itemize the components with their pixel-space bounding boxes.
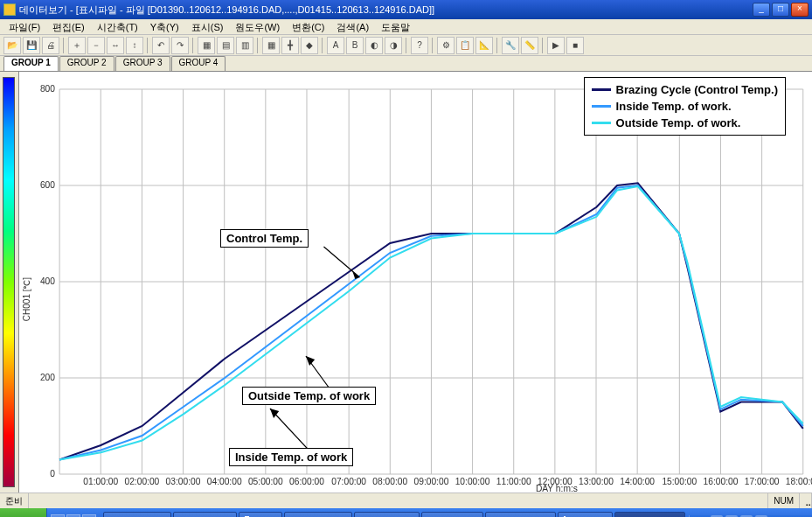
tb-zoomout-icon[interactable]: － bbox=[87, 37, 105, 54]
start-button[interactable]: ◉시작 bbox=[0, 508, 47, 517]
task-item[interactable]: 20120718 bbox=[558, 512, 613, 517]
legend: Brazing Cycle (Control Temp.) Inside Tem… bbox=[584, 77, 786, 136]
svg-text:DAY h:m:s: DAY h:m:s bbox=[536, 484, 578, 493]
menu-display[interactable]: 표시(S) bbox=[186, 21, 229, 32]
task-item[interactable]: 2 Windows ... bbox=[354, 512, 420, 517]
tb-stop-icon[interactable]: ■ bbox=[566, 37, 584, 54]
window-titlebar: 데이터보기 - [표시파일 - 파일 [D01390..120612..1949… bbox=[0, 0, 812, 19]
task-item[interactable]: Book2 bbox=[239, 512, 281, 517]
tb-chart2-icon[interactable]: ▤ bbox=[217, 37, 234, 54]
menu-window[interactable]: 원도우(W) bbox=[230, 21, 285, 32]
task-item[interactable]: Microsoft Ex... bbox=[103, 512, 171, 517]
legend-item-inside: Inside Temp. of work. bbox=[592, 98, 778, 115]
menu-search[interactable]: 검색(A) bbox=[331, 21, 374, 32]
app-icon bbox=[3, 3, 16, 16]
svg-text:13:00:00: 13:00:00 bbox=[579, 477, 614, 486]
svg-text:15:00:00: 15:00:00 bbox=[662, 477, 697, 486]
menu-bar: 파일(F) 편집(E) 시간축(T) Y축(Y) 표시(S) 원도우(W) 변환… bbox=[0, 19, 812, 35]
tb-print-icon[interactable]: 🖨 bbox=[42, 37, 59, 54]
svg-text:01:00:00: 01:00:00 bbox=[83, 477, 118, 486]
resize-grip-icon[interactable]: ⣀ bbox=[800, 493, 812, 508]
tab-group-4[interactable]: GROUP 4 bbox=[171, 56, 226, 71]
separator bbox=[192, 38, 194, 53]
separator bbox=[257, 38, 259, 53]
task-item[interactable]: SolidWorks 2... bbox=[485, 512, 556, 517]
svg-text:03:00:00: 03:00:00 bbox=[166, 477, 201, 486]
tb-opt1-icon[interactable]: ◐ bbox=[365, 37, 383, 54]
menu-file[interactable]: 파일(F) bbox=[3, 21, 45, 32]
svg-text:200: 200 bbox=[40, 373, 55, 382]
task-item[interactable]: Web Mysql... bbox=[173, 512, 237, 517]
svg-text:17:00:00: 17:00:00 bbox=[745, 477, 780, 486]
tb-chart3-icon[interactable]: ▥ bbox=[236, 37, 253, 54]
window-controls: _ □ × bbox=[753, 3, 809, 17]
taskbar-tasks: Microsoft Ex... Web Mysql... Book2 거래 현황… bbox=[100, 512, 689, 517]
tb-b-icon[interactable]: B bbox=[346, 37, 364, 54]
separator bbox=[542, 38, 544, 53]
svg-text:600: 600 bbox=[40, 180, 55, 190]
tb-grid-icon[interactable]: ▦ bbox=[262, 37, 280, 54]
window-title: 데이터보기 - [표시파일 - 파일 [D01390..120612..1949… bbox=[19, 3, 753, 17]
status-bar: 준비 NUM ⣀ bbox=[0, 493, 812, 508]
tab-group-1[interactable]: GROUP 1 bbox=[3, 56, 59, 71]
tb-settings-icon[interactable]: ⚙ bbox=[437, 37, 455, 54]
tb-chart1-icon[interactable]: ▦ bbox=[198, 37, 215, 54]
group-tabstrip: GROUP 1 GROUP 2 GROUP 3 GROUP 4 bbox=[0, 56, 812, 72]
legend-label: Brazing Cycle (Control Temp.) bbox=[616, 83, 778, 96]
svg-text:06:00:00: 06:00:00 bbox=[289, 477, 324, 486]
status-num: NUM bbox=[768, 493, 800, 508]
tb-save-icon[interactable]: 💾 bbox=[23, 37, 40, 54]
plot-area[interactable]: 0 200 400 600 800 CH001 [℃] 01:00:00 02:… bbox=[19, 72, 812, 493]
legend-swatch bbox=[592, 105, 611, 108]
close-button[interactable]: × bbox=[791, 3, 809, 17]
separator bbox=[406, 38, 407, 53]
tb-fitx-icon[interactable]: ↔ bbox=[107, 37, 124, 54]
tb-copy-icon[interactable]: 📋 bbox=[456, 37, 474, 54]
svg-text:07:00:00: 07:00:00 bbox=[331, 477, 366, 486]
tb-tool1-icon[interactable]: 🔧 bbox=[502, 37, 519, 54]
tb-zoomin-icon[interactable]: ＋ bbox=[68, 37, 86, 54]
y-axis: 0 200 400 600 800 CH001 [℃] bbox=[22, 84, 55, 479]
windows-taskbar: ◉시작 Microsoft Ex... Web Mysql... Book2 거… bbox=[0, 508, 812, 517]
tb-help-icon[interactable]: ? bbox=[411, 37, 428, 54]
menu-help[interactable]: 도움말 bbox=[376, 21, 415, 32]
x-axis: 01:00:00 02:00:00 03:00:00 04:00:00 05:0… bbox=[83, 477, 812, 493]
menu-yaxis[interactable]: Y축(Y) bbox=[145, 21, 184, 32]
task-item[interactable]: 3 Microsof... bbox=[421, 512, 483, 517]
legend-item-outside: Outside Temp. of work. bbox=[592, 115, 778, 131]
separator bbox=[432, 38, 434, 53]
task-item-active[interactable]: 데이터보기 - ... bbox=[614, 512, 685, 517]
separator bbox=[147, 38, 149, 53]
menu-convert[interactable]: 변환(C) bbox=[287, 21, 330, 32]
tb-redo-icon[interactable]: ↷ bbox=[171, 37, 189, 54]
maximize-button[interactable]: □ bbox=[772, 3, 789, 17]
tab-group-2[interactable]: GROUP 2 bbox=[59, 56, 115, 71]
svg-text:CH001 [℃]: CH001 [℃] bbox=[22, 277, 31, 321]
task-item[interactable]: 거래 현황 /w... bbox=[284, 512, 352, 517]
tb-play-icon[interactable]: ▶ bbox=[547, 37, 565, 54]
tb-undo-icon[interactable]: ↶ bbox=[152, 37, 170, 54]
tb-mark-icon[interactable]: ◆ bbox=[301, 37, 318, 54]
separator bbox=[322, 38, 323, 53]
color-gradient bbox=[3, 77, 15, 487]
svg-text:02:00:00: 02:00:00 bbox=[124, 477, 159, 486]
callout-arrows bbox=[270, 247, 359, 457]
tb-measure-icon[interactable]: 📐 bbox=[475, 37, 493, 54]
legend-swatch bbox=[592, 88, 611, 91]
menu-time[interactable]: 시간축(T) bbox=[92, 21, 143, 32]
tb-tool2-icon[interactable]: 📏 bbox=[521, 37, 538, 54]
tb-fity-icon[interactable]: ↕ bbox=[126, 37, 143, 54]
tb-cursor-icon[interactable]: ╋ bbox=[281, 37, 299, 54]
menu-edit[interactable]: 편집(E) bbox=[47, 21, 90, 32]
svg-text:05:00:00: 05:00:00 bbox=[248, 477, 283, 486]
minimize-button[interactable]: _ bbox=[753, 3, 770, 17]
legend-item-control: Brazing Cycle (Control Temp.) bbox=[592, 81, 778, 98]
status-ready: 준비 bbox=[0, 493, 29, 508]
svg-text:09:00:00: 09:00:00 bbox=[414, 477, 449, 486]
svg-text:14:00:00: 14:00:00 bbox=[620, 477, 655, 486]
tab-group-3[interactable]: GROUP 3 bbox=[115, 56, 170, 71]
status-coord bbox=[716, 493, 768, 508]
tb-opt2-icon[interactable]: ◑ bbox=[385, 37, 402, 54]
tb-a-icon[interactable]: A bbox=[327, 37, 344, 54]
tb-open-icon[interactable]: 📂 bbox=[3, 37, 21, 54]
